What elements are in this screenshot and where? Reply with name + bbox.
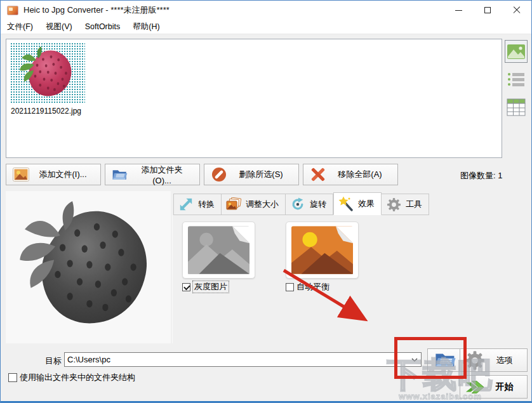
window-title: Heic to Jpg Converter - ****未注册版**** <box>23 4 170 16</box>
grayscale-checkbox-row[interactable]: 灰度图片 <box>182 281 229 293</box>
tab-resize[interactable]: 调整大小 <box>222 194 286 215</box>
list-view-icon <box>508 71 524 88</box>
title-bar: Heic to Jpg Converter - ****未注册版**** <box>1 1 531 20</box>
image-count-label: 图像数量: 1 <box>460 170 502 182</box>
auto-balance-effect-icon <box>291 226 353 274</box>
app-icon <box>7 6 18 15</box>
view-mode-strip <box>503 40 529 124</box>
remove-all-label: 移除全部(A) <box>334 169 386 180</box>
grayscale-effect-icon <box>188 226 249 274</box>
tab-tools[interactable]: 工具 <box>382 194 429 215</box>
start-arrows-icon <box>464 377 486 397</box>
menu-file[interactable]: 文件(F) <box>1 20 39 34</box>
output-structure-label: 使用输出文件夹中的文件夹结构 <box>20 372 135 383</box>
menu-help[interactable]: 帮助(H) <box>126 20 166 34</box>
file-name-label: 20211219115022.jpg <box>10 107 82 116</box>
list-view-button[interactable] <box>505 68 528 91</box>
file-list-panel: 20211219115022.jpg <box>6 39 502 158</box>
minimize-icon <box>455 10 462 11</box>
grayscale-effect-card[interactable] <box>182 221 255 279</box>
grayscale-checkbox[interactable] <box>182 283 190 291</box>
maximize-button[interactable] <box>473 1 502 20</box>
delete-selected-button[interactable]: 删除所选(S) <box>204 164 299 185</box>
destination-label: 目标 <box>45 355 62 367</box>
add-folder-button[interactable]: 添加文件夹(O)... <box>105 164 200 185</box>
output-structure-row[interactable]: 使用输出文件夹中的文件夹结构 <box>8 372 135 383</box>
tab-bar: 转换 调整大小 旋转 <box>173 192 429 215</box>
tab-rotate-label: 旋转 <box>310 199 326 210</box>
options-label: 选项 <box>488 355 521 366</box>
add-files-button[interactable]: 添加文件(I)... <box>6 164 101 185</box>
destination-combobox[interactable] <box>64 352 422 367</box>
tab-effects[interactable]: 效果 <box>333 192 382 215</box>
delete-selected-icon <box>211 167 227 182</box>
auto-balance-label: 自动平衡 <box>296 281 329 293</box>
add-folder-label: 添加文件夹(O)... <box>136 164 188 185</box>
maximize-icon <box>484 7 491 13</box>
delete-selected-label: 删除所选(S) <box>235 169 287 180</box>
auto-balance-checkbox[interactable] <box>286 283 294 291</box>
grayscale-label: 灰度图片 <box>193 281 229 293</box>
chevron-down-icon <box>411 358 418 362</box>
table-view-icon <box>507 98 526 116</box>
preview-pane <box>6 191 171 343</box>
tab-rotate[interactable]: 旋转 <box>286 194 333 215</box>
thumbnails-view-icon <box>507 44 525 59</box>
start-button[interactable]: 开始 <box>460 375 528 399</box>
add-files-label: 添加文件(I)... <box>37 169 89 180</box>
effects-wand-icon <box>338 196 354 211</box>
rotate-icon <box>289 197 306 212</box>
menu-softorbits[interactable]: SoftOrbits <box>79 20 127 33</box>
file-thumbnail-item[interactable]: 20211219115022.jpg <box>10 43 86 119</box>
tab-effects-label: 效果 <box>358 198 375 209</box>
options-button[interactable]: 选项 <box>460 348 528 372</box>
browse-folder-button[interactable] <box>427 348 464 372</box>
window-bottom-border <box>1 401 531 402</box>
destination-path-input[interactable] <box>65 355 408 364</box>
grayscale-preview-image <box>9 196 168 337</box>
tab-tools-label: 工具 <box>406 199 422 210</box>
close-icon <box>513 6 521 14</box>
resize-icon <box>225 197 242 212</box>
effects-panel: 灰度图片 自动平衡 <box>172 215 502 343</box>
auto-balance-checkbox-row[interactable]: 自动平衡 <box>286 281 329 293</box>
options-gear-icon <box>464 350 486 371</box>
menu-view[interactable]: 视图(V) <box>39 20 79 34</box>
remove-all-button[interactable]: 移除全部(A) <box>303 164 398 185</box>
start-label: 开始 <box>488 381 521 393</box>
menu-bar: 文件(F) 视图(V) SoftOrbits 帮助(H) <box>1 20 531 34</box>
tab-convert-label: 转换 <box>198 199 215 210</box>
auto-balance-effect-card[interactable] <box>286 221 359 279</box>
strawberry-thumbnail-image <box>15 44 80 102</box>
destination-dropdown-button[interactable] <box>408 353 421 366</box>
app-window: Heic to Jpg Converter - ****未注册版**** 文件(… <box>0 0 532 403</box>
close-button[interactable] <box>502 1 531 20</box>
add-files-icon <box>13 167 29 182</box>
tab-convert[interactable]: 转换 <box>173 194 222 215</box>
tools-gear-icon <box>385 197 402 212</box>
minimize-button[interactable] <box>444 1 473 20</box>
table-view-button[interactable] <box>505 96 528 119</box>
add-folder-icon <box>112 167 128 182</box>
browse-folder-icon <box>434 351 457 369</box>
remove-all-icon <box>310 167 326 182</box>
thumbnails-view-button[interactable] <box>505 40 528 63</box>
convert-icon <box>178 197 194 212</box>
selected-thumbnail[interactable] <box>10 43 85 104</box>
tab-resize-label: 调整大小 <box>246 199 279 210</box>
output-structure-checkbox[interactable] <box>8 373 17 382</box>
